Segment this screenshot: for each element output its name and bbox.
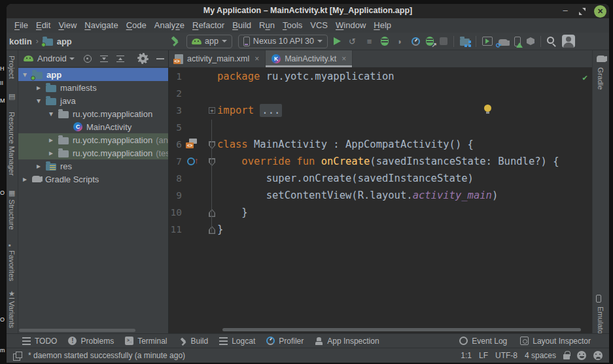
menu-item[interactable]: Build	[228, 18, 255, 33]
code-line[interactable]: 1package ru.yotc.myapplication	[169, 68, 592, 85]
coverage-icon[interactable]: ≡	[364, 36, 375, 47]
menu-item[interactable]: VCS	[306, 18, 332, 33]
layout-gutter-icon[interactable]	[186, 138, 200, 151]
stripe-button-build-variants[interactable]: Build Variants	[8, 298, 16, 328]
locate-file-icon[interactable]	[84, 55, 92, 63]
collapse-all-icon[interactable]	[116, 55, 124, 63]
code-line[interactable]: 11}	[169, 221, 592, 238]
running-devices-icon[interactable]	[482, 37, 493, 46]
tool-window-button[interactable]: App Inspection	[315, 337, 379, 346]
override-gutter-icon[interactable]	[186, 155, 200, 168]
menu-item[interactable]: Tools	[279, 18, 306, 33]
attach-debugger-icon[interactable]: ↺	[347, 36, 358, 47]
minimize-button[interactable]: –	[559, 6, 571, 16]
tree-row[interactable]: ▸ ru.yotc.myapplication (androidTest)	[18, 133, 168, 146]
title-bar[interactable]: My Application – MainActivity.kt [My_App…	[7, 4, 609, 18]
tool-window-button[interactable]: TODO	[22, 337, 57, 346]
tool-window-button[interactable]: >_ Terminal	[125, 337, 167, 346]
tree-row[interactable]: C MainActivity	[18, 120, 168, 133]
fold-marker[interactable]	[209, 209, 215, 217]
sdk-manager-icon[interactable]	[527, 37, 534, 45]
tool-window-button[interactable]: Layout Inspector	[520, 337, 591, 346]
menu-item[interactable]: Refactor	[188, 18, 228, 33]
close-button[interactable]: ✕	[594, 5, 606, 18]
tool-window-layout-icon[interactable]	[13, 352, 22, 360]
close-tab-icon[interactable]: ×	[342, 54, 346, 63]
chevron-icon[interactable]: ▸	[37, 161, 46, 171]
tool-window-button[interactable]: Profiler	[266, 337, 304, 346]
menu-item[interactable]: Code	[122, 18, 150, 33]
hide-panel-icon[interactable]	[156, 58, 164, 59]
editor-tab[interactable]: K MainActivity.kt ×	[266, 50, 353, 67]
menu-item[interactable]: Run	[255, 18, 279, 33]
menu-item[interactable]: Window	[332, 18, 370, 33]
fold-marker[interactable]	[209, 158, 215, 166]
expand-all-icon[interactable]	[100, 55, 108, 63]
tool-window-button[interactable]: ! Problems	[68, 337, 114, 346]
stop-button[interactable]	[440, 37, 447, 45]
device-file-explorer-icon[interactable]	[460, 39, 470, 46]
stripe-button-project[interactable]: Project	[8, 56, 16, 79]
chevron-icon[interactable]: ▾	[49, 109, 58, 118]
code-line[interactable]: 3+import ...	[169, 102, 592, 119]
tree-row[interactable]: ▸ Gradle Scripts	[18, 173, 168, 186]
search-everywhere-icon[interactable]	[547, 37, 554, 44]
inspection-ok-icon[interactable]: ✔	[582, 73, 587, 82]
caret-position[interactable]: 1:1	[461, 351, 472, 360]
code-line[interactable]: 5	[169, 119, 592, 136]
lock-icon[interactable]	[563, 354, 570, 359]
code-line[interactable]: 6class MainActivity : AppCompatActivity(…	[169, 136, 592, 153]
chevron-icon[interactable]: ▸	[37, 83, 46, 92]
code-line[interactable]: 2	[169, 85, 592, 102]
fold-marker[interactable]	[209, 141, 215, 149]
code-line[interactable]: 10 }	[169, 204, 592, 221]
profiler-button[interactable]	[412, 37, 420, 46]
tree-row[interactable]: ▸ res	[18, 159, 168, 173]
project-view-selector[interactable]: Android	[37, 54, 67, 63]
debug-button[interactable]	[381, 37, 389, 46]
menu-item[interactable]: View	[54, 18, 80, 33]
status-message[interactable]: * daemon started successfully (a minute …	[28, 351, 185, 360]
device-select[interactable]: Nexus 10 API 30	[238, 35, 328, 48]
stripe-button-structure[interactable]: Structure	[8, 199, 16, 230]
run-button[interactable]	[334, 37, 341, 45]
indent-setting[interactable]: 4 spaces	[525, 351, 556, 360]
line-ending[interactable]: LF	[479, 351, 488, 360]
fold-marker[interactable]: +	[209, 107, 215, 114]
tree-row[interactable]: ▸ manifests	[18, 81, 168, 94]
menu-item[interactable]: Help	[370, 18, 395, 33]
menu-item[interactable]: Analyze	[150, 18, 188, 33]
build-hammer-icon[interactable]	[170, 36, 181, 46]
intention-bulb-icon[interactable]	[484, 105, 491, 112]
settings-gear-icon[interactable]	[139, 54, 147, 63]
tree-row[interactable]: ▾ java	[18, 94, 168, 107]
menu-item[interactable]: File	[10, 18, 32, 33]
stripe-button-favorites[interactable]: Favorites	[8, 250, 16, 281]
menu-item[interactable]: Edit	[32, 18, 54, 33]
project-hscrollbar[interactable]	[19, 329, 135, 332]
fold-marker[interactable]	[209, 226, 215, 234]
happy-face-icon[interactable]	[577, 351, 586, 360]
breadcrumb-project[interactable]: kotlin	[9, 37, 32, 46]
chevron-icon[interactable]: ▸	[23, 174, 32, 184]
close-tab-icon[interactable]: ×	[254, 54, 259, 63]
sad-face-icon[interactable]	[593, 351, 603, 360]
restore-button[interactable]	[576, 6, 588, 16]
stripe-button-resource-manager[interactable]: Resource Manager	[8, 112, 16, 176]
file-encoding[interactable]: UTF-8	[495, 351, 517, 360]
device-manager-icon[interactable]	[514, 37, 521, 46]
chevron-down-icon[interactable]	[69, 58, 75, 60]
apply-changes-icon[interactable]	[426, 37, 434, 46]
tree-row[interactable]: ▸ ru.yotc.myapplication (test)	[18, 146, 168, 159]
tree-row[interactable]: ▾ ru.yotc.myapplication	[18, 107, 168, 120]
stripe-button-emulator[interactable]: Emulator	[597, 306, 604, 337]
code-line[interactable]: 8 super.onCreate(savedInstanceState)	[169, 170, 592, 187]
editor-hscrollbar[interactable]	[222, 328, 581, 331]
code-line[interactable]: 9 setContentView(R.layout.activity_main)	[169, 187, 592, 204]
profile-icon[interactable]: ◗	[394, 36, 406, 47]
chevron-icon[interactable]: ▾	[37, 96, 46, 105]
menu-item[interactable]: Navigate	[80, 18, 122, 33]
tool-window-button[interactable]: Event Log	[459, 337, 507, 346]
tool-window-button[interactable]: Logcat	[219, 337, 255, 346]
breadcrumb-module[interactable]: app	[57, 37, 72, 46]
